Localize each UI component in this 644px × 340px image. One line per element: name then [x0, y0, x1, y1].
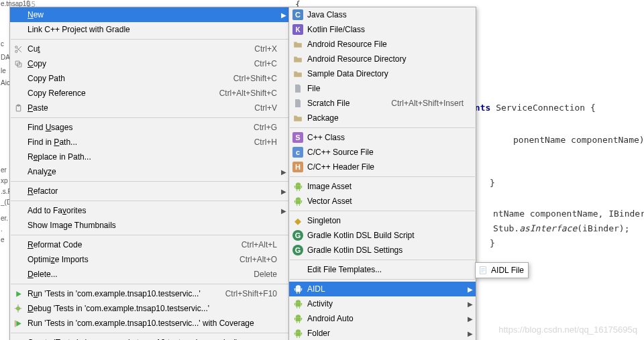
ctx-new-item-sample-data-directory[interactable]: Sample Data Directory — [289, 66, 476, 81]
ctx-new-item-java-class[interactable]: CJava Class — [289, 7, 476, 22]
menu-item-label: Gradle Kotlin DSL Settings — [305, 245, 402, 255]
menu-item-label: Image Asset — [305, 182, 352, 191]
scissors-icon — [14, 45, 23, 54]
cpp-class-icon: S — [292, 132, 303, 143]
ctx-new-item-c-c-header-file[interactable]: HC/C++ Header File — [289, 160, 476, 174]
submenu-arrow-icon: ▶ — [468, 315, 473, 323]
menu-item-label: Show Image Thumbnails — [25, 221, 116, 230]
menu-separator — [11, 39, 288, 40]
ctx-new-item-edit-file-templates[interactable]: Edit File Templates... — [289, 262, 476, 277]
ctx-main-item-run-tests-in-com-example-tnsap10-testservic[interactable]: Run 'Tests in 'com.example.tnsap10.tests… — [10, 286, 289, 301]
menu-item-label: Refactor — [25, 186, 58, 196]
folder-icon — [293, 70, 303, 78]
menu-item-label: Run 'Tests in 'com.example.tnsap10.tests… — [25, 319, 254, 328]
ctx-new-item-c-class[interactable]: SC++ Class — [289, 130, 476, 145]
svg-rect-23 — [297, 204, 297, 206]
menu-item-shortcut: Ctrl+X — [254, 44, 285, 54]
svg-marker-8 — [16, 291, 21, 297]
svg-rect-33 — [297, 306, 297, 308]
ctx-new-item-gradle-kotlin-dsl-settings[interactable]: GGradle Kotlin DSL Settings — [289, 243, 476, 258]
svg-rect-41 — [294, 332, 294, 335]
ctx-main-item-run-tests-in-com-example-tnsap10-testservic-with-coverage[interactable]: Run 'Tests in 'com.example.tnsap10.tests… — [10, 316, 289, 331]
ctx-new-item-android-resource-directory[interactable]: Android Resource Directory — [289, 52, 476, 66]
ctx-main-item-add-to-favorites[interactable]: Add to Favorites▶ — [10, 203, 289, 218]
svg-rect-25 — [295, 288, 301, 292]
ctx-new-item-aidl[interactable]: AIDL▶ — [289, 282, 476, 296]
ctx-main-item-analyze[interactable]: Analyze▶ — [10, 164, 289, 179]
svg-rect-29 — [299, 292, 299, 294]
ctx-new-item-scratch-file[interactable]: Scratch FileCtrl+Alt+Shift+Insert — [289, 96, 476, 111]
ctx-main-item-optimize-imports[interactable]: Optimize ImportsCtrl+Alt+O — [10, 252, 289, 267]
ctx-main-item-show-image-thumbnails[interactable]: Show Image Thumbnails — [10, 218, 289, 233]
ctx-main-item-create-tests-in-com-example-tnsap10-testservice-service[interactable]: ◧Create 'Tests in 'com.example.tnsap10.t… — [10, 335, 289, 340]
context-menu-aidl-submenu: AIDL File — [475, 262, 529, 278]
ctx-new-item-vector-asset[interactable]: Vector Asset — [289, 194, 476, 209]
ctx-new-item-folder[interactable]: Folder▶ — [289, 326, 476, 340]
run-coverage-icon — [14, 319, 23, 328]
ctx-main-item-cut[interactable]: CutCtrl+X — [10, 42, 289, 56]
submenu-arrow-icon: ▶ — [468, 300, 473, 308]
menu-item-shortcut: Ctrl+Shift+C — [233, 74, 285, 83]
folder-icon — [293, 114, 303, 122]
menu-separator — [290, 127, 475, 128]
ctx-new-item-android-resource-file[interactable]: Android Resource File — [289, 37, 476, 52]
ctx-main-item-copy[interactable]: CopyCtrl+C — [10, 56, 289, 71]
ctx-main-item-find-in-path[interactable]: Find in Path...Ctrl+H — [10, 135, 289, 150]
copy-icon — [14, 60, 23, 68]
ctx-new-item-image-asset[interactable]: Image Asset — [289, 179, 476, 194]
ctx-main-item-reformat-code[interactable]: Reformat CodeCtrl+Alt+L — [10, 237, 289, 252]
context-menu-main: New▶Link C++ Project with GradleCutCtrl+… — [9, 7, 290, 340]
java-class-icon: C — [292, 9, 303, 20]
menu-item-label: Singleton — [305, 216, 341, 225]
menu-item-label: Android Resource Directory — [305, 54, 406, 64]
ctx-new-item-c-c-source-file[interactable]: cC/C++ Source File — [289, 145, 476, 160]
ctx-main-item-refactor[interactable]: Refactor▶ — [10, 184, 289, 199]
ctx-main-item-paste[interactable]: PasteCtrl+V — [10, 101, 289, 115]
ctx-new-item-activity[interactable]: Activity▶ — [289, 296, 476, 311]
ctx-new-item-gradle-kotlin-dsl-build-script[interactable]: GGradle Kotlin DSL Build Script — [289, 228, 476, 243]
cpp-header-icon: H — [292, 162, 303, 172]
ctx-new-item-file[interactable]: File — [289, 81, 476, 96]
android-icon — [293, 299, 303, 309]
ctx-main-item-copy-reference[interactable]: Copy ReferenceCtrl+Alt+Shift+C — [10, 86, 289, 101]
ctx-main-item-replace-in-path[interactable]: Replace in Path... — [10, 150, 289, 164]
svg-rect-30 — [295, 302, 301, 306]
menu-item-label: Gradle Kotlin DSL Build Script — [305, 231, 415, 240]
ctx-new-item-singleton[interactable]: ◆Singleton — [289, 213, 476, 228]
menu-item-label: C++ Class — [305, 133, 345, 142]
ctx-main-item-find-usages[interactable]: Find UsagesCtrl+G — [10, 120, 289, 135]
ctx-main-item-copy-path[interactable]: Copy PathCtrl+Shift+C — [10, 71, 289, 86]
menu-item-label: Java Class — [305, 10, 347, 19]
ctx-new-item-kotlin-file-class[interactable]: KKotlin File/Class — [289, 22, 476, 37]
svg-rect-27 — [301, 288, 301, 290]
menu-separator — [11, 284, 288, 284]
singleton-icon: ◆ — [294, 216, 301, 226]
ctx-new-item-package[interactable]: Package — [289, 111, 476, 125]
submenu-arrow-icon: ▶ — [468, 330, 473, 337]
menu-separator — [290, 211, 475, 211]
menu-item-label: Package — [305, 113, 339, 123]
ctx-main-item-debug-tests-in-com-example-tnsap10-testservic[interactable]: Debug 'Tests in 'com.example.tnsap10.tes… — [10, 301, 289, 316]
menu-item-label: Run 'Tests in 'com.example.tnsap10.tests… — [25, 289, 201, 298]
svg-point-1 — [15, 50, 17, 52]
svg-rect-28 — [297, 292, 297, 294]
ctx-aidl-item-aidl-file[interactable]: AIDL File — [476, 263, 528, 278]
menu-item-label: Find in Path... — [25, 137, 77, 147]
menu-item-shortcut: Ctrl+Shift+F10 — [225, 289, 285, 298]
menu-item-label: File — [305, 84, 320, 93]
menu-separator — [11, 117, 288, 118]
submenu-arrow-icon: ▶ — [281, 207, 286, 215]
ctx-main-item-delete[interactable]: Delete...Delete — [10, 267, 289, 282]
menu-item-label: Copy Path — [25, 74, 65, 83]
ctx-new-item-android-auto[interactable]: Android Auto▶ — [289, 311, 476, 326]
menu-item-label: AIDL — [305, 284, 325, 294]
ctx-main-item-link-c-project-with-gradle[interactable]: Link C++ Project with Gradle — [10, 22, 289, 37]
menu-item-label: Android Resource File — [305, 40, 387, 49]
ctx-main-item-new[interactable]: New▶ — [10, 7, 289, 22]
menu-item-label: Delete... — [25, 270, 58, 279]
menu-item-shortcut: Ctrl+Alt+L — [241, 240, 285, 249]
svg-rect-22 — [301, 200, 301, 203]
svg-rect-31 — [294, 302, 294, 305]
context-menu-new-submenu: CJava ClassKKotlin File/ClassAndroid Res… — [288, 7, 476, 340]
aidl-file-icon — [478, 266, 488, 275]
